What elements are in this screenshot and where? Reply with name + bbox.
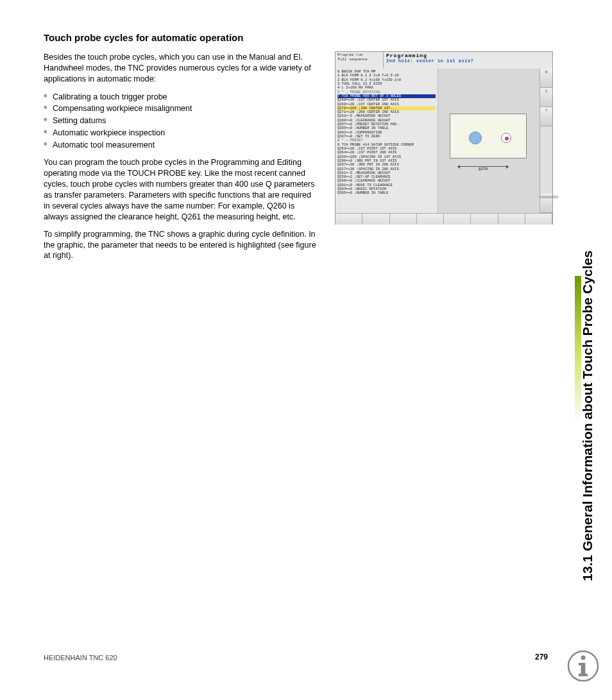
dimension-label: Q270	[457, 166, 509, 171]
side-chapter-title: 13.1 General Information about Touch Pro…	[575, 26, 600, 423]
diagnosis-button: DIAGNOSIS	[540, 194, 552, 213]
info-icon	[567, 650, 599, 682]
hole-1-icon	[469, 132, 482, 144]
mode-indicator: Program run full sequence	[336, 52, 384, 69]
softkey-row	[336, 213, 552, 225]
body-paragraph: You can program the touch probe cycles i…	[44, 157, 319, 222]
screenshot-figure: Program run full sequence Programming 2n…	[335, 51, 553, 225]
list-item: Automatic tool measurement	[44, 139, 319, 151]
screen-title: Programming	[386, 53, 550, 58]
cycle-graphic: Q270	[438, 69, 540, 213]
list-item: Automatic workpiece inspection	[44, 127, 319, 139]
program-listing: 0 BEGIN PGM TCH MM 1 BLK FORM 0.1 Z X+0 …	[336, 69, 438, 213]
list-item: Compensating workpiece misalignment	[44, 103, 319, 115]
sidebar-buttons: M S T DIAGNOSIS	[540, 69, 552, 213]
list-item: Calibrating a touch trigger probe	[44, 91, 319, 103]
intro-paragraph: Besides the touch probe cycles, which yo…	[44, 52, 319, 85]
section-heading: Touch probe cycles for automatic operati…	[44, 32, 319, 43]
svg-point-1	[581, 656, 586, 660]
hole-2-icon	[501, 133, 511, 143]
m-button: M	[540, 69, 552, 88]
bullet-list: Calibrating a touch trigger probe Compen…	[44, 91, 319, 151]
svg-rect-3	[579, 663, 584, 665]
s-button: S	[540, 88, 552, 107]
t-button: T	[540, 107, 552, 126]
page-number: 279	[535, 653, 548, 662]
footer-product: HEIDENHAIN TNC 620	[44, 654, 117, 662]
prompt-line: 2nd hole: center in 1st axis?	[386, 58, 550, 64]
body-paragraph: To simplify programming, the TNC shows a…	[44, 229, 319, 262]
workpiece-rect	[450, 114, 527, 158]
list-item: Setting datums	[44, 115, 319, 127]
svg-rect-4	[579, 674, 588, 676]
